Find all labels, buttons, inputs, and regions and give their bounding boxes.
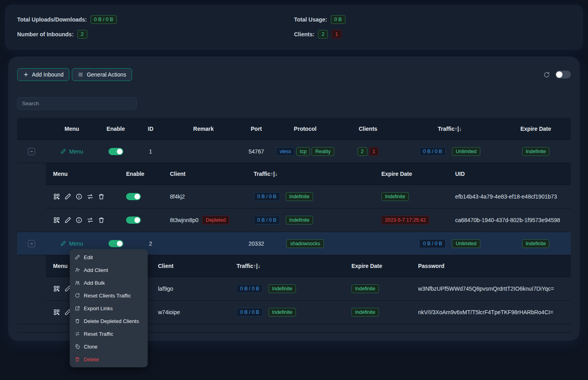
client-name: 8f4kj2 [170, 193, 185, 200]
toolbar-right [543, 71, 571, 79]
header-enable: Enable [124, 171, 168, 177]
header-remark: Remark [168, 126, 239, 132]
inbound-port: 54767 [239, 148, 273, 155]
collapse-row-button[interactable]: − [28, 148, 35, 155]
stat-clients-depleted-badge: 1 [331, 30, 341, 39]
menu-item-add-client[interactable]: Add Client [70, 264, 148, 276]
menu-item-clone[interactable]: Clone [70, 340, 148, 353]
client-traffic-badge: 0 B / 0 B [254, 192, 280, 201]
menu-item-add-bulk[interactable]: Add Bulk [70, 276, 148, 289]
search-input[interactable] [17, 97, 137, 110]
clients-table-header: Menu Enable Client Traffic↑|↓ Expire Dat… [46, 163, 571, 185]
client-expire-badge: Indefinite [351, 284, 379, 293]
stat-clients-label: Clients: [294, 31, 314, 37]
client-expire-badge: Indefinite [351, 308, 379, 317]
users-icon [75, 280, 80, 285]
reset-traffic-icon[interactable] [87, 217, 94, 224]
menu-item-label: Add Client [84, 267, 108, 273]
info-icon[interactable] [75, 217, 83, 224]
inbound-menu-button[interactable]: Menu [60, 148, 83, 155]
header-traffic-sort[interactable]: Traffic↑|↓ [399, 126, 501, 132]
client-enable-toggle[interactable] [126, 193, 141, 200]
delete-icon[interactable] [98, 193, 105, 200]
header-menu: Menu [46, 126, 98, 132]
inbound-row: − Menu 1 54767 vless tcp Reality 2 1 [17, 140, 571, 163]
user-add-icon [75, 267, 80, 273]
header-expire-date: Expire Date [379, 171, 453, 177]
header-port: Port [239, 126, 273, 132]
header-enable: Enable [98, 126, 134, 132]
delete-icon[interactable] [98, 217, 105, 224]
edit-icon [60, 240, 66, 246]
client-password: w3NfbzUPf5WWd745Q8pvsmQrdrttT2IO6knuI7Di… [416, 285, 571, 292]
protocol-badge: vless [276, 147, 294, 156]
inbound-enable-toggle[interactable] [109, 148, 123, 155]
header-uid: UID [453, 171, 571, 177]
inbounds-table-header: Menu Enable ID Remark Port Protocol Clie… [17, 118, 571, 140]
qrcode-icon[interactable] [53, 285, 60, 292]
clients-table: Menu Enable Client Traffic↑|↓ Expire Dat… [46, 163, 571, 232]
client-traffic-limit-badge: Indefinite [286, 192, 313, 201]
client-traffic-badge: 0 B / 0 B [254, 216, 280, 224]
trash-icon [75, 356, 80, 362]
stat-uploads-label: Total Uploads/Downloads: [17, 16, 87, 23]
header-traffic-sort[interactable]: Traffic↑|↓ [251, 171, 379, 177]
inbound-id: 1 [134, 148, 168, 155]
client-row: 8t3wjnn8p0 Depleted 0 B / 0 B Indefinite… [46, 208, 571, 232]
client-uid: efb14b43-4a79-4e83-ef18-e48cf1901b73 [453, 193, 571, 200]
menu-item-label: Add Bulk [84, 280, 105, 286]
qrcode-icon[interactable] [53, 309, 60, 316]
menu-item-edit[interactable]: Edit [70, 251, 148, 264]
client-traffic-badge: 0 B / 0 B [237, 308, 263, 317]
info-icon[interactable] [75, 193, 83, 200]
traffic-limit-badge: Unlimited [452, 239, 480, 248]
add-inbound-button[interactable]: Add Inbound [17, 68, 69, 81]
stat-usage-label: Total Usage: [294, 16, 327, 23]
menu-item-reset-clients-traffic[interactable]: Reset Clients Traffic [70, 289, 148, 302]
menu-item-delete-depleted-clients[interactable]: Delete Depleted Clients [70, 315, 148, 327]
protocol-badge: shadowsocks [286, 239, 324, 248]
client-enable-toggle[interactable] [126, 217, 141, 224]
collapse-row-button[interactable]: − [28, 240, 35, 247]
client-traffic-limit-badge: Indefinite [286, 216, 313, 224]
trash-icon [75, 318, 80, 324]
client-expire-badge: Indefinite [381, 192, 409, 201]
client-row: 8f4kj2 0 B / 0 B Indefinite Indefinite e… [46, 185, 571, 208]
clone-icon [75, 344, 80, 349]
swap-icon [75, 331, 80, 337]
inbound-id: 2 [134, 240, 168, 247]
inbound-menu-label: Menu [69, 148, 83, 155]
reset-traffic-icon[interactable] [87, 193, 94, 200]
menu-item-label: Export Links [84, 305, 113, 311]
inbound-menu-button[interactable]: Menu [60, 240, 83, 247]
stat-uploads-badge: 0 B / 0 B [91, 15, 117, 24]
header-traffic-sort[interactable]: Traffic↑|↓ [234, 263, 349, 269]
inbound-enable-toggle[interactable] [109, 240, 123, 247]
client-traffic-limit-badge: Indefinite [268, 284, 296, 293]
menu-item-label: Delete Depleted Clients [84, 318, 139, 324]
inbound-1-clients-section: Menu Enable Client Traffic↑|↓ Expire Dat… [17, 163, 571, 232]
add-inbound-label: Add Inbound [32, 71, 63, 78]
general-actions-button[interactable]: General Actions [72, 68, 132, 81]
edit-icon[interactable] [64, 217, 71, 224]
header-expire-date: Expire Date [349, 263, 416, 269]
menu-item-export-links[interactable]: Export Links [70, 302, 148, 315]
edit-icon[interactable] [64, 193, 71, 200]
qrcode-icon[interactable] [53, 193, 60, 200]
stat-number-of-inbounds: Number of Inbounds: 2 [17, 30, 294, 39]
stat-inbounds-badge: 2 [77, 30, 87, 39]
transport-badge: tcp [296, 147, 310, 156]
client-traffic-limit-badge: Indefinite [268, 308, 296, 317]
menu-item-delete[interactable]: Delete [70, 353, 148, 366]
theme-toggle-switch[interactable] [555, 71, 571, 79]
clients-active-badge: 2 [357, 147, 367, 156]
depleted-badge: Depleted [202, 216, 229, 224]
qrcode-icon[interactable] [53, 217, 60, 224]
menu-item-reset-traffic[interactable]: Reset Traffic [70, 327, 148, 340]
traffic-badge: 0 B / 0 B [419, 147, 446, 156]
stat-total-uploads-downloads: Total Uploads/Downloads: 0 B / 0 B [17, 15, 294, 24]
edit-icon [75, 254, 80, 260]
sync-icon [75, 293, 80, 298]
client-traffic-badge: 0 B / 0 B [237, 284, 263, 293]
refresh-icon[interactable] [543, 71, 550, 78]
